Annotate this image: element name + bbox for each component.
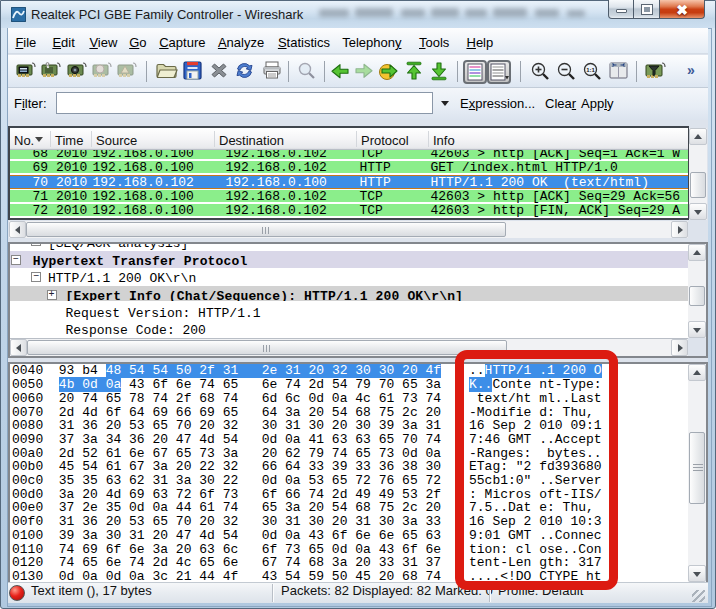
svg-text:1:1: 1:1 bbox=[586, 67, 595, 73]
